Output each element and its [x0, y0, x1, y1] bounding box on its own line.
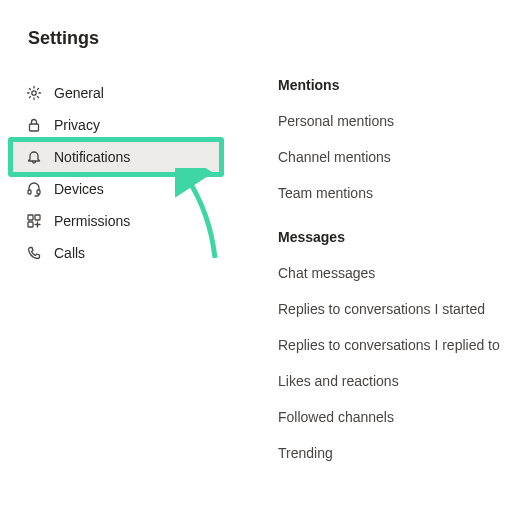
option-replies-replied[interactable]: Replies to conversations I replied to [278, 337, 508, 353]
option-replies-started[interactable]: Replies to conversations I started [278, 301, 508, 317]
sidebar-item-label: Privacy [54, 117, 100, 133]
option-chat-messages[interactable]: Chat messages [278, 265, 508, 281]
sidebar-item-label: Notifications [54, 149, 130, 165]
headset-icon [26, 181, 42, 197]
option-likes-reactions[interactable]: Likes and reactions [278, 373, 508, 389]
svg-rect-4 [28, 215, 33, 220]
sidebar-item-label: Permissions [54, 213, 130, 229]
svg-rect-5 [35, 215, 40, 220]
sidebar-item-label: Devices [54, 181, 104, 197]
page-title: Settings [28, 28, 99, 49]
lock-icon [26, 117, 42, 133]
option-trending[interactable]: Trending [278, 445, 508, 461]
settings-content: Mentions Personal mentions Channel menti… [278, 77, 508, 481]
sidebar-item-calls[interactable]: Calls [12, 237, 220, 269]
svg-rect-1 [30, 124, 39, 131]
sidebar-item-label: General [54, 85, 104, 101]
sidebar-item-privacy[interactable]: Privacy [12, 109, 220, 141]
settings-sidebar: General Privacy Notifications Devices Pe… [12, 77, 220, 269]
sidebar-item-label: Calls [54, 245, 85, 261]
svg-rect-6 [28, 222, 33, 227]
svg-rect-2 [28, 190, 31, 194]
sidebar-item-general[interactable]: General [12, 77, 220, 109]
bell-icon [26, 149, 42, 165]
gear-icon [26, 85, 42, 101]
option-team-mentions[interactable]: Team mentions [278, 185, 508, 201]
sidebar-item-notifications[interactable]: Notifications [12, 141, 220, 173]
sidebar-item-devices[interactable]: Devices [12, 173, 220, 205]
svg-point-0 [32, 91, 36, 95]
section-heading-mentions: Mentions [278, 77, 508, 93]
option-personal-mentions[interactable]: Personal mentions [278, 113, 508, 129]
option-channel-mentions[interactable]: Channel mentions [278, 149, 508, 165]
phone-icon [26, 245, 42, 261]
sidebar-item-permissions[interactable]: Permissions [12, 205, 220, 237]
option-followed-channels[interactable]: Followed channels [278, 409, 508, 425]
section-heading-messages: Messages [278, 229, 508, 245]
apps-icon [26, 213, 42, 229]
svg-rect-3 [37, 190, 40, 194]
